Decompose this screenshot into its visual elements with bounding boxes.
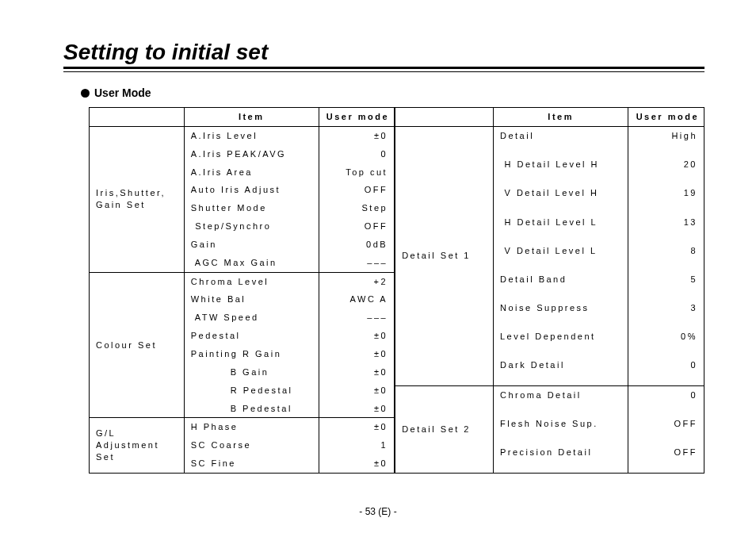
value-cell: 20: [628, 155, 704, 184]
item-cell: H Phase: [184, 418, 319, 436]
item-cell: Auto Iris Adjust: [184, 181, 319, 199]
value-cell: ±0: [319, 345, 394, 363]
table-header-row: Item User mode: [395, 108, 704, 127]
item-cell: Painting R Gain: [184, 345, 319, 363]
item-cell: Detail Band: [493, 270, 628, 299]
value-cell: Top cut: [319, 163, 394, 182]
page: Setting to initial set User Mode Item Us…: [0, 0, 756, 533]
value-cell: 3: [628, 299, 704, 328]
value-cell: Step: [319, 199, 394, 217]
value-cell: ±0: [319, 418, 394, 436]
item-cell: H Detail Level L: [493, 213, 628, 242]
item-cell: B Gain: [184, 363, 319, 382]
item-cell: Noise Suppress: [493, 299, 628, 328]
th-item: Item: [184, 108, 319, 127]
th-item: Item: [493, 108, 628, 127]
item-cell: A.Iris PEAK/AVG: [184, 145, 319, 163]
value-cell: OFF: [319, 181, 394, 199]
th-value: User mode: [628, 108, 704, 127]
item-cell: Step/Synchro: [184, 217, 319, 236]
value-cell: –––: [319, 309, 394, 327]
table-row: Detail Set 1DetailHigh: [395, 126, 704, 155]
table-right: Item User mode Detail Set 1DetailHigh H …: [395, 107, 704, 474]
item-cell: Chroma Level: [184, 272, 319, 290]
category-cell: Iris,Shutter, Gain Set: [90, 126, 185, 272]
title-rule: [63, 67, 704, 72]
category-cell: G/L Adjustment Set: [90, 418, 185, 474]
table-row: Iris,Shutter, Gain SetA.Iris Level±0: [90, 126, 395, 144]
value-cell: ±0: [319, 363, 394, 382]
value-cell: 0%: [628, 328, 704, 356]
item-cell: ATW Speed: [184, 309, 319, 327]
tables-container: Item User mode Iris,Shutter, Gain SetA.I…: [89, 107, 704, 474]
item-cell: R Pedestal: [184, 382, 319, 400]
bullet-icon: [81, 89, 90, 98]
value-cell: 0: [319, 145, 394, 163]
value-cell: –––: [319, 254, 394, 272]
item-cell: AGC Max Gain: [184, 254, 319, 272]
value-cell: ±0: [319, 327, 394, 345]
category-cell: Detail Set 1: [395, 126, 494, 385]
table-left: Item User mode Iris,Shutter, Gain SetA.I…: [89, 107, 395, 474]
item-cell: SC Coarse: [184, 436, 319, 454]
item-cell: Level Dependent: [493, 328, 628, 356]
item-cell: Dark Detail: [493, 356, 628, 385]
value-cell: ±0: [319, 454, 394, 473]
item-cell: A.Iris Level: [184, 126, 319, 144]
value-cell: 1: [319, 436, 394, 454]
item-cell: V Detail Level L: [493, 242, 628, 270]
item-cell: H Detail Level H: [493, 155, 628, 184]
value-cell: 0: [628, 385, 704, 415]
value-cell: ±0: [319, 400, 394, 418]
item-cell: A.Iris Area: [184, 163, 319, 182]
page-number: - 53 (E) -: [0, 506, 756, 517]
page-title: Setting to initial set: [63, 40, 704, 65]
item-cell: Flesh Noise Sup.: [493, 415, 628, 443]
value-cell: OFF: [628, 415, 704, 443]
category-cell: Detail Set 2: [395, 385, 494, 473]
table-header-row: Item User mode: [90, 108, 395, 127]
th-category: [90, 108, 185, 127]
category-cell: Colour Set: [90, 272, 185, 418]
th-value: User mode: [319, 108, 394, 127]
value-cell: 13: [628, 213, 704, 242]
item-cell: White Bal: [184, 290, 319, 309]
section-text: User Mode: [94, 86, 151, 99]
item-cell: SC Fine: [184, 454, 319, 473]
item-cell: V Detail Level H: [493, 184, 628, 213]
item-cell: Detail: [493, 126, 628, 155]
value-cell: 0: [628, 356, 704, 385]
section-label: User Mode: [81, 86, 704, 99]
value-cell: 0dB: [319, 236, 394, 254]
value-cell: OFF: [628, 443, 704, 473]
th-category: [395, 108, 494, 127]
item-cell: Shutter Mode: [184, 199, 319, 217]
value-cell: 19: [628, 184, 704, 213]
value-cell: High: [628, 126, 704, 155]
item-cell: B Pedestal: [184, 400, 319, 418]
value-cell: ±0: [319, 126, 394, 144]
item-cell: Chroma Detail: [493, 385, 628, 415]
table-row: G/L Adjustment SetH Phase±0: [90, 418, 395, 436]
value-cell: AWC A: [319, 290, 394, 309]
item-cell: Gain: [184, 236, 319, 254]
item-cell: Pedestal: [184, 327, 319, 345]
value-cell: OFF: [319, 217, 394, 236]
value-cell: 8: [628, 242, 704, 270]
table-row: Detail Set 2Chroma Detail0: [395, 385, 704, 415]
table-row: Colour SetChroma Level+2: [90, 272, 395, 290]
item-cell: Precision Detail: [493, 443, 628, 473]
value-cell: ±0: [319, 382, 394, 400]
value-cell: 5: [628, 270, 704, 299]
value-cell: +2: [319, 272, 394, 290]
